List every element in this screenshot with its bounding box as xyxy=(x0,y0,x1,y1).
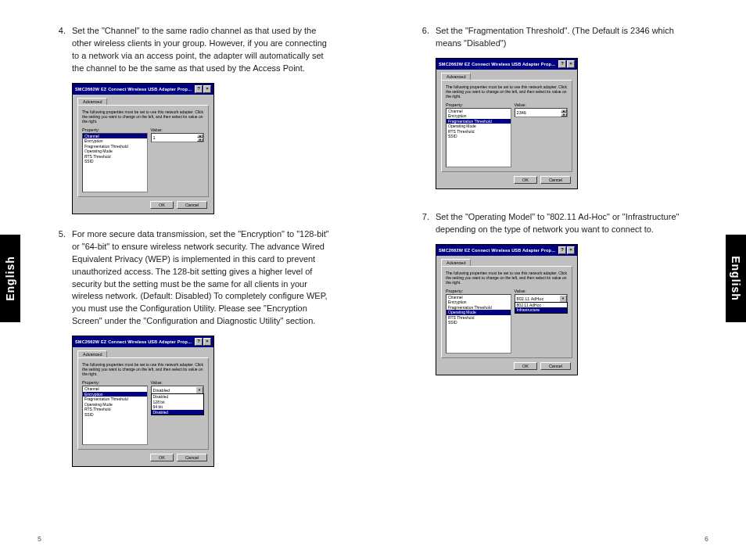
property-label: Property: xyxy=(82,127,148,132)
close-icon[interactable]: × xyxy=(203,338,211,346)
tab-advanced[interactable]: Advanced xyxy=(77,350,107,357)
step-text: Set the "Fragmentation Threshold". (The … xyxy=(436,25,693,50)
step-number: 6. xyxy=(417,25,429,50)
property-label: Property: xyxy=(82,380,148,385)
value-text: 2346 xyxy=(515,110,561,115)
step-5: 5. For more secure data transmission, se… xyxy=(53,228,329,328)
dialog-instructions: The following properties must be set to … xyxy=(82,109,204,124)
step-4: 4. Set the "Channel" to the same radio c… xyxy=(53,25,329,75)
step-number: 4. xyxy=(53,25,66,75)
tab-advanced[interactable]: Advanced xyxy=(441,73,471,80)
step-text: Set the "Operating Model" to "802.11 Ad-… xyxy=(436,211,693,236)
dialog-title: SMC2662W EZ Connect Wireless USB Adapter… xyxy=(75,87,194,92)
dialog-title: SMC2662W EZ Connect Wireless USB Adapter… xyxy=(439,62,558,66)
cancel-button[interactable]: Cancel xyxy=(177,454,207,461)
dialog-fragmentation: SMC2662W EZ Connect Wireless USB Adapter… xyxy=(436,58,578,189)
value-label: Value: xyxy=(515,289,568,293)
value-text: Disabled xyxy=(152,388,195,393)
help-icon[interactable]: ? xyxy=(558,60,566,68)
value-label: Value: xyxy=(515,102,568,107)
dialog-instructions: The following properties must be set to … xyxy=(446,271,568,285)
dialog-titlebar: SMC2662W EZ Connect Wireless USB Adapter… xyxy=(436,245,577,256)
spin-down-icon[interactable]: ▼ xyxy=(197,138,203,142)
dialog-instructions: The following properties must be set to … xyxy=(446,84,568,99)
list-item[interactable]: SSID xyxy=(447,134,511,139)
dialog-titlebar: SMC2662W EZ Connect Wireless USB Adapter… xyxy=(73,84,213,95)
dropdown-option[interactable]: Disabled xyxy=(152,410,203,415)
help-icon[interactable]: ? xyxy=(558,246,566,254)
value-label: Value: xyxy=(151,380,204,385)
close-icon[interactable]: × xyxy=(567,60,575,68)
list-item[interactable]: SSID xyxy=(447,320,511,325)
dropdown-list[interactable]: Disabled 128 bit 64 bit Disabled xyxy=(151,393,204,415)
spin-down-icon[interactable]: ▼ xyxy=(561,113,567,117)
step-7: 7. Set the "Operating Model" to "802.11 … xyxy=(417,211,693,236)
step-text: For more secure data transmission, set t… xyxy=(72,228,329,328)
value-spinner[interactable]: 1 ▲▼ xyxy=(151,133,204,142)
value-spinner[interactable]: 2346 ▲▼ xyxy=(515,108,568,117)
tab-advanced[interactable]: Advanced xyxy=(77,98,107,105)
page-number: 6 xyxy=(705,535,708,543)
value-text: 802.11 AdHoc xyxy=(515,296,559,301)
step-number: 7. xyxy=(417,211,429,236)
dialog-encryption: SMC2662W EZ Connect Wireless USB Adapter… xyxy=(72,336,214,467)
dialog-title: SMC2662W EZ Connect Wireless USB Adapter… xyxy=(75,339,194,344)
dialog-operating-mode: SMC2662W EZ Connect Wireless USB Adapter… xyxy=(436,244,578,375)
property-list[interactable]: Channel Encryption Fragmentation Thresho… xyxy=(82,386,148,445)
page-5: 4. Set the "Channel" to the same radio c… xyxy=(0,0,373,560)
dialog-titlebar: SMC2662W EZ Connect Wireless USB Adapter… xyxy=(73,336,213,347)
dialog-title: SMC2662W EZ Connect Wireless USB Adapter… xyxy=(439,248,558,253)
dialog-channel: SMC2662W EZ Connect Wireless USB Adapter… xyxy=(72,83,214,214)
ok-button[interactable]: OK xyxy=(150,454,174,461)
ok-button[interactable]: OK xyxy=(514,362,537,370)
step-number: 5. xyxy=(53,228,66,328)
list-item[interactable]: SSID xyxy=(83,159,147,164)
dialog-instructions: The following properties must be set to … xyxy=(82,362,204,376)
value-text: 1 xyxy=(152,135,197,140)
ok-button[interactable]: OK xyxy=(514,176,537,184)
step-text: Set the "Channel" to the same radio chan… xyxy=(72,25,329,75)
page-6: 6. Set the "Fragmentation Threshold". (T… xyxy=(373,0,746,560)
value-label: Value: xyxy=(151,127,204,132)
help-icon[interactable]: ? xyxy=(195,338,203,346)
help-icon[interactable]: ? xyxy=(195,85,203,93)
page-number: 5 xyxy=(38,535,41,543)
cancel-button[interactable]: Cancel xyxy=(540,362,571,370)
dropdown-option[interactable]: Infrastructure xyxy=(515,307,567,313)
property-label: Property: xyxy=(446,102,511,107)
ok-button[interactable]: OK xyxy=(150,201,174,209)
list-item[interactable]: SSID xyxy=(83,412,147,418)
property-list[interactable]: Channel Encryption Fragmentation Thresho… xyxy=(446,294,511,354)
close-icon[interactable]: × xyxy=(567,246,575,254)
dialog-titlebar: SMC2662W EZ Connect Wireless USB Adapter… xyxy=(436,59,577,70)
cancel-button[interactable]: Cancel xyxy=(540,176,571,184)
cancel-button[interactable]: Cancel xyxy=(177,201,207,209)
tab-advanced[interactable]: Advanced xyxy=(441,259,471,266)
property-list[interactable]: Channel Encryption Fragmentation Thresho… xyxy=(446,108,511,167)
step-6: 6. Set the "Fragmentation Threshold". (T… xyxy=(417,25,693,50)
property-label: Property: xyxy=(446,289,511,293)
dropdown-list[interactable]: 802.11 AdHoc Infrastructure xyxy=(515,302,568,314)
close-icon[interactable]: × xyxy=(203,85,211,93)
property-list[interactable]: Channel Encryption Fragmentation Thresho… xyxy=(82,133,148,192)
